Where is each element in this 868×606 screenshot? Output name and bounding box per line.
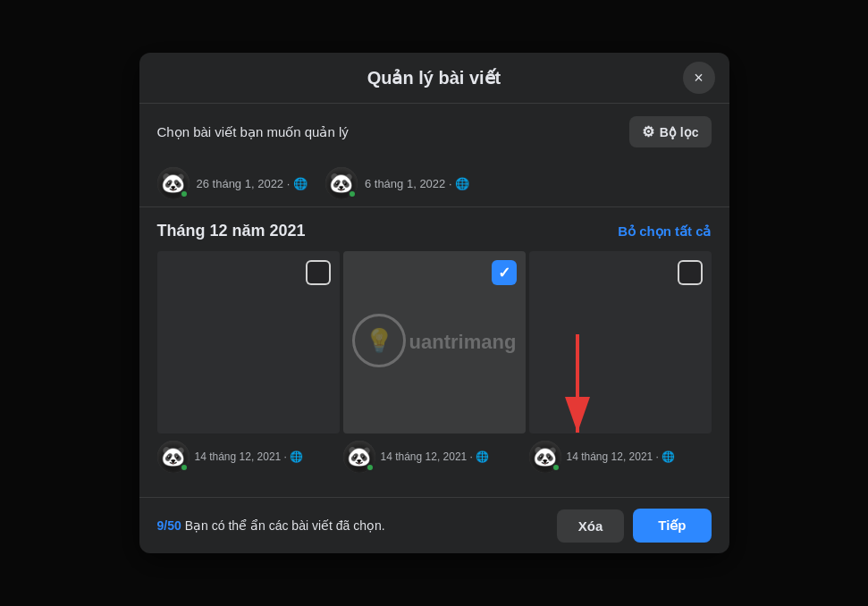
checkbox-2[interactable] [492, 260, 517, 285]
watermark-content: 💡 uantrimang [352, 314, 517, 371]
modal-footer: 9/50 Bạn có thể ẩn các bài viết đã chọn.… [139, 497, 729, 553]
modal-header: Quản lý bài viết × [139, 53, 729, 104]
avatar-wrap-dec-3 [529, 441, 561, 473]
avatar-wrap-1 [157, 167, 190, 199]
filter-icon: ⚙ [642, 123, 654, 140]
checkbox-checked-2 [492, 260, 517, 285]
watermark-text: uantrimang [409, 331, 517, 354]
avatar-wrap-dec-2 [343, 441, 375, 473]
checkbox-3[interactable] [678, 260, 703, 285]
dec-post-date-1: 14 tháng 12, 2021 · 🌐 [195, 450, 304, 463]
bulb-icon: 💡 [365, 327, 393, 355]
selection-count: 9/50 [157, 518, 181, 533]
dec-post-date-3: 14 tháng 12, 2021 · 🌐 [567, 450, 676, 463]
dec-post-2[interactable]: 💡 uantrimang [343, 251, 526, 433]
table-row: 14 tháng 12, 2021 · 🌐 [157, 251, 340, 476]
december-section: Tháng 12 năm 2021 Bỏ chọn tất cả [139, 207, 729, 476]
dec-deselect-all-button[interactable]: Bỏ chọn tất cả [618, 223, 711, 240]
subheader-text: Chọn bài viết bạn muốn quản lý [157, 124, 349, 140]
footer-actions: Xóa Tiếp [557, 509, 712, 543]
filter-label: Bộ lọc [660, 125, 699, 139]
online-dot-dec-3 [552, 463, 560, 472]
dec-post-date-2: 14 tháng 12, 2021 · 🌐 [381, 450, 490, 463]
jan-post-2: 6 tháng 1, 2022 · 🌐 [325, 167, 469, 199]
table-row: 💡 uantrimang [343, 251, 526, 476]
checkbox-1[interactable] [306, 260, 331, 285]
footer-info: 9/50 Bạn có thể ẩn các bài viết đã chọn. [157, 518, 385, 533]
dec-section-header: Tháng 12 năm 2021 Bỏ chọn tất cả [157, 207, 712, 251]
modal-overlay: Quản lý bài viết × Chọn bài viết bạn muố… [0, 0, 868, 606]
modal-title: Quản lý bài viết [367, 67, 501, 88]
modal-body: 26 tháng 1, 2022 · 🌐 6 tháng 1, 2022 · 🌐… [139, 160, 729, 497]
jan-post-1: 26 tháng 1, 2022 · 🌐 [157, 167, 308, 199]
avatar-wrap-2 [325, 167, 358, 199]
dec-section-title: Tháng 12 năm 2021 [157, 222, 306, 240]
october-section-header: Tháng 10 năm 2021 Bỏ chọn tất cả [139, 491, 729, 497]
next-button[interactable]: Tiếp [633, 509, 711, 543]
online-dot-dec-2 [366, 463, 375, 472]
delete-button[interactable]: Xóa [557, 509, 625, 543]
dec-post-meta-1: 14 tháng 12, 2021 · 🌐 [157, 433, 340, 476]
avatar-wrap-dec-1 [157, 441, 190, 473]
checkbox-unchecked-1 [306, 260, 331, 285]
table-row: 14 tháng 12, 2021 · 🌐 [529, 251, 712, 476]
jan-post-date-1: 26 tháng 1, 2022 · 🌐 [197, 177, 308, 190]
footer-info-text: Bạn có thể ẩn các bài viết đã chọn. [185, 518, 385, 533]
modal-subheader: Chọn bài viết bạn muốn quản lý ⚙ Bộ lọc [139, 104, 729, 160]
online-dot-2 [348, 189, 357, 198]
manage-posts-modal: Quản lý bài viết × Chọn bài viết bạn muố… [139, 53, 729, 553]
dec-post-1[interactable] [157, 251, 340, 433]
january-strip: 26 tháng 1, 2022 · 🌐 6 tháng 1, 2022 · 🌐 [139, 160, 729, 207]
online-dot-dec-1 [180, 463, 189, 472]
checkbox-unchecked-3 [678, 260, 703, 285]
close-button[interactable]: × [683, 62, 715, 94]
dec-post-meta-2: 14 tháng 12, 2021 · 🌐 [343, 433, 526, 476]
dec-posts-grid: 14 tháng 12, 2021 · 🌐 💡 uantrimang [157, 251, 712, 476]
dec-post-3[interactable] [529, 251, 712, 433]
jan-post-date-2: 6 tháng 1, 2022 · 🌐 [365, 177, 469, 190]
watermark-icon: 💡 [352, 314, 406, 367]
filter-button[interactable]: ⚙ Bộ lọc [629, 116, 712, 147]
online-dot-1 [180, 189, 189, 198]
dec-post-meta-3: 14 tháng 12, 2021 · 🌐 [529, 433, 712, 476]
